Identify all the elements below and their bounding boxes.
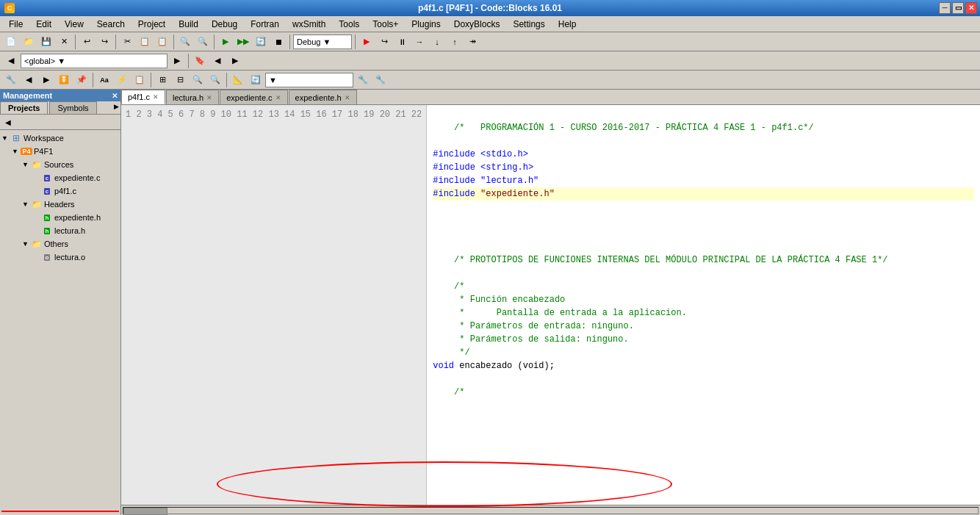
tb3-btn3[interactable]: ▶ bbox=[38, 72, 54, 88]
tree-expand-workspace[interactable]: ▼ bbox=[1, 134, 10, 142]
menu-build[interactable]: Build bbox=[173, 17, 204, 32]
stop-button[interactable]: ⏹ bbox=[270, 34, 287, 50]
redo-button[interactable]: ↪ bbox=[96, 34, 112, 50]
close-file-button[interactable]: ✕ bbox=[56, 34, 72, 50]
rebuild-button[interactable]: 🔄 bbox=[253, 34, 269, 50]
menu-fortran[interactable]: Fortran bbox=[245, 17, 285, 32]
menu-edit[interactable]: Edit bbox=[30, 17, 57, 32]
debug-button[interactable]: ▶ bbox=[359, 34, 375, 50]
tree-item-workspace[interactable]: ▼⊞Workspace bbox=[0, 132, 120, 145]
tb3-btn2[interactable]: ◀ bbox=[21, 72, 37, 88]
code-tab-close[interactable]: ✕ bbox=[153, 93, 159, 101]
line-numbers: 1 2 3 4 5 6 7 8 9 10 11 12 13 14 15 16 1… bbox=[121, 105, 427, 505]
code-tab-expediente_c[interactable]: expediente.c✕ bbox=[220, 90, 287, 104]
debug-step[interactable]: ↓ bbox=[429, 34, 445, 50]
search-scope-dropdown[interactable]: ▼ bbox=[265, 73, 353, 87]
replace-button[interactable]: 🔍 bbox=[195, 34, 211, 50]
tree-item-p4f1[interactable]: ▼P4P4F1 bbox=[0, 145, 120, 158]
tree-item-sources[interactable]: ▼📁Sources bbox=[0, 158, 120, 171]
menu-file[interactable]: File bbox=[3, 17, 29, 32]
tree-label-lectura_h_headers: lectura.h bbox=[54, 226, 85, 235]
undo-button[interactable]: ↩ bbox=[79, 34, 95, 50]
tree-item-others[interactable]: ▼📁Others bbox=[0, 237, 120, 251]
code-content[interactable]: /* PROGRAMACIÓN 1 - CURSO 2016-2017 - PR… bbox=[427, 105, 980, 505]
menu-debug[interactable]: Debug bbox=[206, 17, 243, 32]
code-editor[interactable]: 1 2 3 4 5 6 7 8 9 10 11 12 13 14 15 16 1… bbox=[121, 105, 980, 505]
menu-doxyblocks[interactable]: DoxyBlocks bbox=[448, 17, 506, 32]
sidebar-tab-projects[interactable]: Projects bbox=[0, 101, 48, 114]
open-button[interactable]: 📁 bbox=[21, 34, 37, 50]
code-tab-lectura_h[interactable]: lectura.h✕ bbox=[166, 90, 219, 104]
code-tab-expediente_h[interactable]: expediente.h✕ bbox=[289, 90, 357, 104]
tb3-c[interactable]: 📋 bbox=[131, 72, 148, 88]
tree-label-expediente_h: expediente.h bbox=[54, 213, 101, 222]
menu-settings[interactable]: Settings bbox=[507, 17, 550, 32]
debug-run-to[interactable]: ↠ bbox=[464, 34, 480, 50]
sidebar-nav-back[interactable]: ◀ bbox=[1, 115, 15, 129]
code-tab-close[interactable]: ✕ bbox=[345, 94, 350, 101]
tree-item-expediente_h[interactable]: hexpediente.h bbox=[0, 211, 120, 224]
tb3-btn4[interactable]: ⏬ bbox=[56, 72, 72, 88]
tree-item-lectura_o[interactable]: olectura.o bbox=[0, 251, 120, 264]
global-scope-dropdown[interactable]: <global> ▼ bbox=[21, 54, 167, 68]
nav-fwd[interactable]: ▶ bbox=[169, 53, 185, 69]
menu-view[interactable]: View bbox=[59, 17, 90, 32]
menu-tools-plus[interactable]: Tools+ bbox=[367, 17, 404, 32]
tb3-b[interactable]: ⚡ bbox=[114, 72, 130, 88]
find-button[interactable]: 🔍 bbox=[177, 34, 193, 50]
tb3-j[interactable]: 🔧 bbox=[355, 72, 371, 88]
minimize-button[interactable]: ─ bbox=[939, 2, 951, 14]
tree-item-expediente_c[interactable]: cexpediente.c bbox=[0, 171, 120, 184]
debug-stop[interactable]: ⏸ bbox=[394, 34, 410, 50]
tb3-a[interactable]: Aa bbox=[96, 72, 112, 88]
sidebar-tab-symbols[interactable]: Symbols bbox=[49, 101, 96, 114]
build-config-dropdown[interactable]: Debug ▼ bbox=[293, 35, 352, 49]
tree-expand-sources[interactable]: ▼ bbox=[22, 161, 31, 168]
code-tab-p4f1_c[interactable]: p4f1.c✕ bbox=[121, 90, 165, 104]
tree-expand-headers[interactable]: ▼ bbox=[22, 201, 31, 208]
tb3-h[interactable]: 📐 bbox=[230, 72, 246, 88]
menu-wxsmith[interactable]: wxSmith bbox=[287, 17, 331, 32]
tree-label-p4f1: P4F1 bbox=[34, 147, 53, 156]
build-button[interactable]: ▶ bbox=[217, 34, 234, 50]
run-button[interactable]: ▶▶ bbox=[235, 34, 251, 50]
menu-tools[interactable]: Tools bbox=[333, 17, 365, 32]
code-tab-close[interactable]: ✕ bbox=[206, 94, 212, 101]
tb3-g[interactable]: 🔍 bbox=[207, 72, 223, 88]
tb3-f[interactable]: 🔍 bbox=[190, 72, 206, 88]
cut-button[interactable]: ✂ bbox=[119, 34, 135, 50]
tb3-k[interactable]: 🔧 bbox=[372, 72, 389, 88]
debug-cont[interactable]: ↪ bbox=[376, 34, 392, 50]
bookmark-btn[interactable]: 🔖 bbox=[192, 53, 208, 69]
sidebar-expand[interactable]: ▶ bbox=[112, 101, 120, 114]
paste-button[interactable]: 📋 bbox=[154, 34, 170, 50]
tb3-i[interactable]: 🔄 bbox=[248, 72, 264, 88]
restore-button[interactable]: ▭ bbox=[952, 2, 964, 14]
tree-expand-others[interactable]: ▼ bbox=[22, 240, 31, 248]
nav-back[interactable]: ◀ bbox=[3, 53, 19, 69]
tree-item-lectura_h_headers[interactable]: hlectura.h bbox=[0, 224, 120, 237]
tb3-e[interactable]: ⊟ bbox=[172, 72, 188, 88]
copy-button[interactable]: 📋 bbox=[137, 34, 153, 50]
menu-project[interactable]: Project bbox=[132, 17, 171, 32]
tb3-d[interactable]: ⊞ bbox=[154, 72, 170, 88]
sep8 bbox=[93, 73, 93, 87]
nav-next[interactable]: ▶ bbox=[227, 53, 243, 69]
tb3-btn1[interactable]: 🔧 bbox=[3, 72, 19, 88]
nav-prev[interactable]: ◀ bbox=[209, 53, 226, 69]
editor-hscrollbar[interactable] bbox=[121, 505, 980, 515]
debug-out[interactable]: ↑ bbox=[447, 34, 463, 50]
menu-plugins[interactable]: Plugins bbox=[406, 17, 446, 32]
code-tab-close[interactable]: ✕ bbox=[275, 94, 281, 101]
tree-item-headers[interactable]: ▼📁Headers bbox=[0, 198, 120, 211]
sidebar-close-button[interactable]: ✕ bbox=[112, 92, 118, 100]
close-button[interactable]: ✕ bbox=[965, 2, 977, 14]
tree-item-p4f1_c[interactable]: cp4f1.c bbox=[0, 184, 120, 198]
menu-help[interactable]: Help bbox=[552, 17, 583, 32]
debug-next[interactable]: → bbox=[411, 34, 428, 50]
tree-expand-p4f1[interactable]: ▼ bbox=[12, 148, 21, 155]
save-button[interactable]: 💾 bbox=[38, 34, 54, 50]
new-button[interactable]: 📄 bbox=[3, 34, 19, 50]
menu-search[interactable]: Search bbox=[91, 17, 131, 32]
tb3-btn5[interactable]: 📌 bbox=[73, 72, 90, 88]
